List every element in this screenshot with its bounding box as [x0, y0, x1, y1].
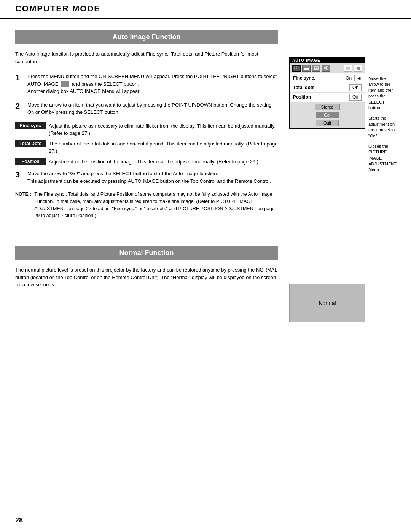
- fine-sync-arrow: ◄: [356, 75, 362, 81]
- menu-icon-4: [322, 65, 330, 72]
- ui-annotations: Move the arrow to the item and then pres…: [368, 76, 397, 177]
- normal-display-box: Normal: [289, 284, 365, 322]
- svg-rect-2: [294, 68, 295, 69]
- total-dots-desc: The number of the total dots in one hori…: [49, 140, 278, 155]
- fine-sync-desc: Adjust the picture as necessary to elimi…: [49, 122, 278, 137]
- normal-display-label: Normal: [319, 300, 336, 306]
- normal-function-text: The normal picture level is preset on th…: [15, 266, 278, 289]
- svg-rect-1: [296, 66, 297, 67]
- menu-icon-1: [292, 65, 301, 72]
- page-header: COMPUTER MODE: [0, 0, 411, 19]
- step-2: 2 Move the arrow to an item that you wan…: [15, 101, 278, 116]
- menu-icon-2: [302, 65, 311, 72]
- annotation-1: Move the arrow to the item and then pres…: [368, 76, 397, 111]
- ai-row-position: Position Off: [290, 93, 365, 102]
- feature-position: Position Adjustment of the position of t…: [15, 158, 278, 166]
- auto-image-title-bar: AUTO IMAGE: [290, 58, 365, 63]
- total-dots-label: Total Dots: [15, 140, 46, 147]
- normal-function-header: Normal Function: [15, 246, 278, 260]
- svg-rect-3: [296, 68, 297, 69]
- auto-image-menu: AUTO IMAGE: [289, 57, 365, 129]
- step-2-number: 2: [15, 101, 23, 116]
- svg-rect-6: [304, 69, 309, 70]
- svg-marker-13: [356, 67, 358, 70]
- auto-image-section-header: Auto Image Function: [15, 30, 278, 44]
- svg-rect-5: [304, 68, 309, 69]
- normal-function-section: Normal Function The normal picture level…: [15, 231, 278, 289]
- feature-total-dots: Total Dots The number of the total dots …: [15, 140, 278, 155]
- auto-image-icons-row: [290, 63, 365, 73]
- annotation-2: Starts the adjustment on the item set to…: [368, 115, 397, 139]
- page-title: COMPUTER MODE: [15, 4, 100, 14]
- quit-button[interactable]: Quit: [316, 120, 339, 126]
- step-1-content: Press the MENU button and the ON-SCREEN …: [27, 73, 278, 95]
- svg-rect-10: [324, 67, 327, 69]
- step-3-content: Move the arrow to "Go!" and press the SE…: [27, 170, 278, 185]
- auto-image-icon-inline: [61, 81, 69, 87]
- ai-buttons: Stored Go! Quit: [290, 102, 365, 128]
- step-3-number: 3: [15, 170, 23, 185]
- note-section: NOTE : The Fine sync., Total dots, and P…: [15, 191, 278, 219]
- annotation-3: Closes the PICTURE IMAGE ADJUSTMENT Menu…: [368, 144, 397, 173]
- svg-rect-0: [294, 66, 295, 67]
- fine-sync-value: On: [342, 75, 355, 81]
- left-column: Auto Image Function The Auto Image funct…: [15, 30, 278, 322]
- menu-icon-3: [312, 65, 320, 72]
- note-text: The Fine sync., Total dots, and Picture …: [34, 191, 278, 219]
- stored-button[interactable]: Stored: [315, 104, 340, 110]
- ai-row-fine-sync: Fine sync. On ◄: [290, 73, 365, 83]
- note-label: NOTE :: [15, 191, 31, 219]
- total-dots-value: On: [349, 84, 362, 91]
- position-label: Position: [15, 158, 46, 165]
- main-content: Auto Image Function The Auto Image funct…: [0, 19, 411, 334]
- go-button[interactable]: Go!: [316, 112, 339, 118]
- auto-image-ui-container: AUTO IMAGE: [289, 53, 396, 177]
- right-column: AUTO IMAGE: [289, 30, 396, 322]
- page-number: 28: [15, 516, 23, 524]
- svg-rect-4: [304, 67, 309, 67]
- auto-image-ui: AUTO IMAGE: [289, 53, 365, 129]
- step-1-number: 1: [15, 73, 23, 95]
- menu-icon-5: [344, 65, 352, 72]
- svg-rect-14: [358, 67, 360, 70]
- menu-icon-6: [354, 65, 362, 72]
- step-2-content: Move the arrow to an item that you want …: [27, 101, 278, 116]
- position-value: Off: [349, 94, 362, 101]
- normal-display-container: Normal: [289, 284, 396, 322]
- step-1: 1 Press the MENU button and the ON-SCREE…: [15, 73, 278, 95]
- auto-image-setting-rows: Fine sync. On ◄ Total dots On: [290, 73, 365, 102]
- fine-sync-label: Fine sync: [15, 122, 46, 129]
- feature-boxes: Fine sync Adjust the picture as necessar…: [15, 122, 278, 166]
- position-desc: Adjustment of the position of the image.…: [49, 158, 258, 166]
- ai-row-total-dots: Total dots On: [290, 83, 365, 93]
- step-3: 3 Move the arrow to "Go!" and press the …: [15, 170, 278, 185]
- feature-fine-sync: Fine sync Adjust the picture as necessar…: [15, 122, 278, 137]
- svg-rect-12: [346, 67, 350, 69]
- auto-image-intro: The Auto Image function is provided to a…: [15, 50, 278, 65]
